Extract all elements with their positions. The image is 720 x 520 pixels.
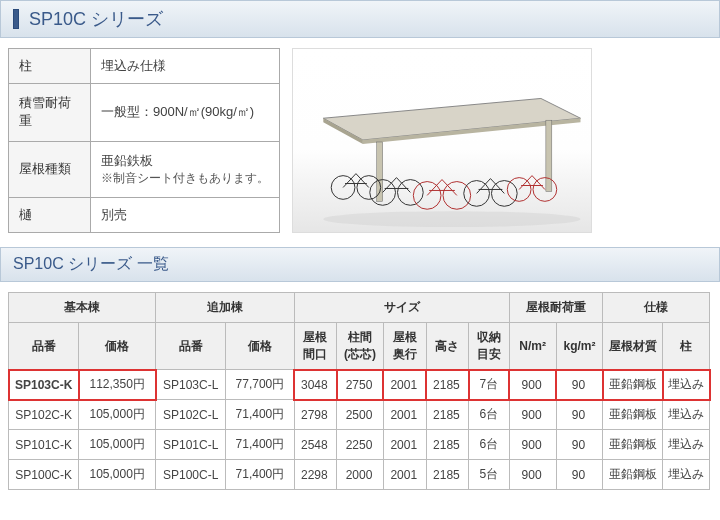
- cell-a_hin: SP103C-L: [156, 370, 226, 400]
- cell-post: 埋込み: [663, 460, 710, 490]
- cell-height: 2185: [426, 400, 469, 430]
- cell-a_price: 71,400円: [226, 430, 294, 460]
- cell-b_hin: SP102C-K: [9, 400, 79, 430]
- spec-label: 柱: [9, 49, 91, 84]
- cell-a_price: 71,400円: [226, 460, 294, 490]
- cell-b_hin: SP100C-K: [9, 460, 79, 490]
- table-row: SP103C-K112,350円SP103C-L77,700円304827502…: [9, 370, 710, 400]
- cell-w: 2298: [294, 460, 337, 490]
- cell-b_price: 105,000円: [79, 430, 156, 460]
- cell-depth: 2001: [383, 460, 426, 490]
- product-image: [292, 48, 592, 233]
- page-title: SP10C シリーズ: [29, 7, 163, 31]
- cell-a_hin: SP102C-L: [156, 400, 226, 430]
- th-group-spec: 仕様: [603, 293, 710, 323]
- cell-cap: 7台: [469, 370, 509, 400]
- cell-post: 埋込み: [663, 400, 710, 430]
- svg-rect-4: [546, 120, 552, 191]
- th-n: N/m²: [509, 323, 556, 370]
- th-hashira: 柱: [663, 323, 710, 370]
- cell-height: 2185: [426, 370, 469, 400]
- cell-kg: 90: [556, 370, 603, 400]
- cell-height: 2185: [426, 430, 469, 460]
- list-title: SP10C シリーズ 一覧: [0, 247, 720, 282]
- spec-row: 樋別売: [9, 197, 280, 232]
- th-group-load: 屋根耐荷重: [509, 293, 603, 323]
- top-section: 柱埋込み仕様積雪耐荷重一般型：900N/㎡(90kg/㎡)屋根種類亜鉛鉄板※制音…: [0, 48, 720, 247]
- spec-value: 別売: [91, 197, 280, 232]
- cell-height: 2185: [426, 460, 469, 490]
- th-yane-makuchi: 屋根間口: [294, 323, 337, 370]
- th-group-add: 追加棟: [156, 293, 294, 323]
- cell-span: 2500: [337, 400, 384, 430]
- cell-roof: 亜鉛鋼板: [603, 430, 663, 460]
- cell-kg: 90: [556, 400, 603, 430]
- header-row-2: 品番 価格 品番 価格 屋根間口 柱間(芯芯) 屋根奥行 高さ 収納目安 N/m…: [9, 323, 710, 370]
- cell-cap: 6台: [469, 430, 509, 460]
- page-title-bar: SP10C シリーズ: [0, 0, 720, 38]
- cell-b_hin: SP101C-K: [9, 430, 79, 460]
- spec-label: 屋根種類: [9, 141, 91, 197]
- cell-depth: 2001: [383, 400, 426, 430]
- cell-a_price: 71,400円: [226, 400, 294, 430]
- cell-n: 900: [509, 430, 556, 460]
- cell-a_hin: SP101C-L: [156, 430, 226, 460]
- spec-value: 一般型：900N/㎡(90kg/㎡): [91, 84, 280, 141]
- table-row: SP101C-K105,000円SP101C-L71,400円254822502…: [9, 430, 710, 460]
- spec-label: 樋: [9, 197, 91, 232]
- cell-roof: 亜鉛鋼板: [603, 400, 663, 430]
- cell-n: 900: [509, 460, 556, 490]
- cell-cap: 5台: [469, 460, 509, 490]
- th-yane-zai: 屋根材質: [603, 323, 663, 370]
- svg-point-15: [323, 211, 580, 227]
- cell-a_hin: SP100C-L: [156, 460, 226, 490]
- th-group-size: サイズ: [294, 293, 509, 323]
- spec-table: 柱埋込み仕様積雪耐荷重一般型：900N/㎡(90kg/㎡)屋根種類亜鉛鉄板※制音…: [8, 48, 280, 233]
- cell-a_price: 77,700円: [226, 370, 294, 400]
- spec-value: 埋込み仕様: [91, 49, 280, 84]
- bike-shelter-illustration: [293, 49, 591, 232]
- th-group-basic: 基本棟: [9, 293, 156, 323]
- th-kakaku-add: 価格: [226, 323, 294, 370]
- cell-n: 900: [509, 400, 556, 430]
- spec-value: 亜鉛鉄板※制音シート付きもあります。: [91, 141, 280, 197]
- th-hinban: 品番: [9, 323, 79, 370]
- spec-row: 屋根種類亜鉛鉄板※制音シート付きもあります。: [9, 141, 280, 197]
- spec-note: ※制音シート付きもあります。: [101, 171, 269, 185]
- cell-roof: 亜鉛鋼板: [603, 460, 663, 490]
- th-kakaku: 価格: [79, 323, 156, 370]
- cell-w: 2548: [294, 430, 337, 460]
- cell-roof: 亜鉛鋼板: [603, 370, 663, 400]
- th-hinban-add: 品番: [156, 323, 226, 370]
- cell-post: 埋込み: [663, 430, 710, 460]
- list-table: 基本棟 追加棟 サイズ 屋根耐荷重 仕様 品番 価格 品番 価格 屋根間口 柱間…: [8, 292, 710, 490]
- cell-span: 2000: [337, 460, 384, 490]
- cell-depth: 2001: [383, 430, 426, 460]
- cell-kg: 90: [556, 430, 603, 460]
- cell-n: 900: [509, 370, 556, 400]
- th-hashira-kan: 柱間(芯芯): [337, 323, 384, 370]
- cell-span: 2250: [337, 430, 384, 460]
- title-accent: [13, 9, 19, 29]
- table-row: SP102C-K105,000円SP102C-L71,400円279825002…: [9, 400, 710, 430]
- cell-w: 2798: [294, 400, 337, 430]
- cell-b_hin: SP103C-K: [9, 370, 79, 400]
- spec-row: 柱埋込み仕様: [9, 49, 280, 84]
- cell-depth: 2001: [383, 370, 426, 400]
- cell-b_price: 112,350円: [79, 370, 156, 400]
- cell-post: 埋込み: [663, 370, 710, 400]
- cell-b_price: 105,000円: [79, 460, 156, 490]
- spec-label: 積雪耐荷重: [9, 84, 91, 141]
- th-yane-okuyuki: 屋根奥行: [383, 323, 426, 370]
- th-shuno: 収納目安: [469, 323, 509, 370]
- th-takasa: 高さ: [426, 323, 469, 370]
- cell-b_price: 105,000円: [79, 400, 156, 430]
- cell-w: 3048: [294, 370, 337, 400]
- cell-kg: 90: [556, 460, 603, 490]
- header-row-1: 基本棟 追加棟 サイズ 屋根耐荷重 仕様: [9, 293, 710, 323]
- spec-row: 積雪耐荷重一般型：900N/㎡(90kg/㎡): [9, 84, 280, 141]
- table-row: SP100C-K105,000円SP100C-L71,400円229820002…: [9, 460, 710, 490]
- th-kg: kg/m²: [556, 323, 603, 370]
- cell-cap: 6台: [469, 400, 509, 430]
- cell-span: 2750: [337, 370, 384, 400]
